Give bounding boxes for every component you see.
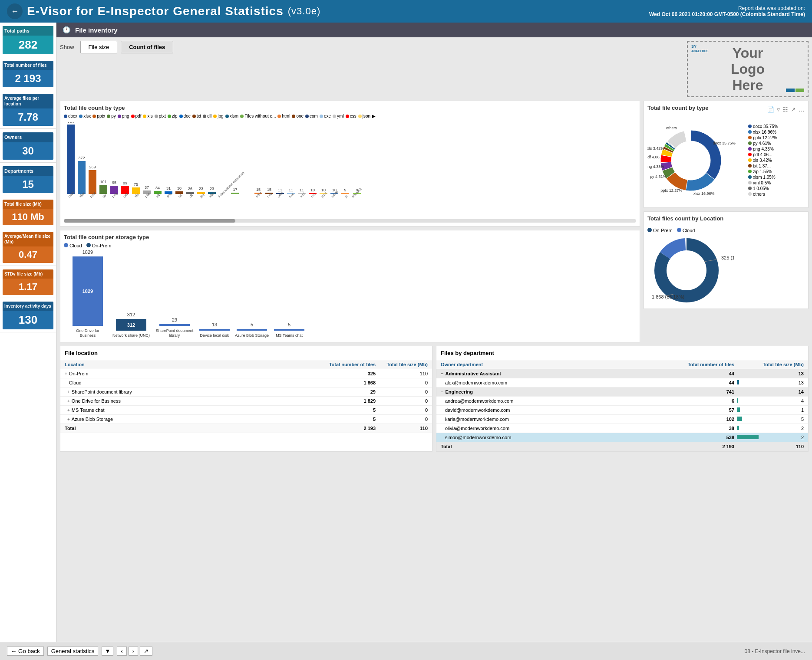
storage-bar-group: 5Azure Blob Storage (235, 322, 269, 338)
donut-legend-item: pdf 4.06... (748, 152, 778, 157)
prev-button[interactable]: ‹ (117, 647, 126, 656)
dropdown-icon[interactable]: ▼ (102, 647, 113, 656)
right-panel: Total file count by type 📄 ▿ ☷ ↗ … (644, 101, 809, 342)
footer-page-info: 08 - E-Inspector file inve... (745, 648, 805, 654)
sidebar: Total paths 282 Total number of files 2 … (0, 23, 56, 642)
dept-total-size: 110 (760, 444, 804, 449)
storage-bar-group: 18291829One Drive for Business (68, 250, 107, 338)
onprem-legend: On-Prem (86, 243, 112, 248)
files-by-dept-table: Files by department Owner department Tot… (436, 346, 809, 452)
count-files-button[interactable]: Count of files (121, 41, 173, 53)
section-title: File inventory (75, 26, 118, 34)
scrollbar[interactable] (64, 219, 636, 223)
file-type-legend: docxxlsxpptxpypngpdfxlsptxtzipdoctxtdllj… (64, 114, 636, 118)
go-back-button[interactable]: ← Go back (7, 647, 44, 656)
footer-left: ← Go back General statistics ▼ ‹ › ↗ (7, 647, 152, 656)
total-paths-value: 282 (3, 36, 53, 54)
table-icon[interactable]: ☷ (782, 106, 788, 113)
dept-row: −Engineering 741 14 (436, 387, 808, 397)
dept-name: −Engineering (441, 389, 678, 394)
expand-icon[interactable]: + (67, 390, 70, 394)
table-row: − Cloud 1 868 0 (60, 378, 432, 387)
storage-bar-rect (274, 329, 304, 331)
dept-row-total: Total 2 193 110 (436, 442, 808, 451)
svg-point-10 (667, 251, 706, 289)
legend-item: json (358, 114, 370, 118)
report-date: Report data was updated on: Wed Oct 06 2… (649, 5, 805, 17)
storage-bar-group: 29SharePoint document library (155, 317, 194, 338)
location-total-size: 110 (376, 426, 428, 431)
more-icon[interactable]: … (799, 106, 805, 113)
content-area: 🕐 File inventory Show File size Count of… (56, 23, 812, 642)
donut-legend-item: xlsm 1.05% (748, 175, 778, 180)
collapse-icon[interactable]: − (65, 381, 67, 385)
dept-col-owner: Owner department (441, 362, 678, 367)
inventory-days-value: 130 (3, 311, 53, 329)
expand-icon[interactable]: + (67, 417, 70, 422)
dept-row: andrea@modernworkdemo.com 6 4 (436, 397, 808, 406)
bar-group: 95png (109, 181, 119, 217)
legend-item: txt (192, 114, 201, 118)
dept-files: 38 (678, 426, 734, 431)
dept-size: 13 (760, 380, 804, 385)
sidebar-departments: Departments 15 (0, 163, 56, 196)
donut-legend-type: docx 35.75%xlsx 16.96%pptx 12.27%py 4.61… (748, 124, 778, 197)
location-name: + On-Prem (65, 371, 323, 376)
copy-icon[interactable]: 📄 (767, 106, 774, 113)
location-files: 1 829 (323, 398, 376, 404)
bar-rect (99, 185, 107, 194)
donut-legend-item: txt 1.37... (748, 164, 778, 168)
file-location-header: Location Total number of files Total fil… (60, 360, 432, 369)
donut-legend-item: zip 1.55% (748, 169, 778, 174)
table-row: + Azure Blob Storage 5 0 (60, 415, 432, 424)
bar-group: 784docx (66, 122, 76, 217)
donut-section-type: Total file count by type 📄 ▿ ☷ ↗ … (644, 101, 809, 208)
charts-row: Total file count by type docxxlsxpptxpyp… (60, 101, 809, 342)
file-size-button[interactable]: File size (80, 41, 118, 53)
expand-icon[interactable]: + (67, 399, 70, 404)
avg-file-size-value: 0.47 (3, 246, 53, 263)
location-total-files: 2 193 (323, 426, 376, 431)
sidebar-total-files: Total number of files 2 193 (0, 57, 56, 90)
expand-icon[interactable]: ↗ (791, 106, 796, 113)
location-files: 5 (323, 417, 376, 422)
storage-bar-rect: 312 (116, 319, 146, 331)
dept-name: −Administrative Assistant (441, 371, 678, 376)
legend-item: jpg (213, 114, 223, 118)
sidebar-avg-files: Average files per location 7.78 (0, 90, 56, 129)
total-files-label: Total number of files (3, 61, 53, 70)
legend-item: png (118, 114, 129, 118)
dept-row: simon@modernworkdemo.com 538 2 (436, 433, 808, 442)
legend-item: html (277, 114, 290, 118)
expand-icon[interactable]: + (65, 371, 67, 376)
donut-segment (691, 130, 721, 180)
location-donut-title: Total files count by Location (647, 215, 723, 222)
filter-icon[interactable]: ▿ (777, 106, 780, 113)
dept-email: alex@modernworkdemo.com (445, 380, 678, 385)
back-button[interactable]: ← (7, 3, 23, 19)
storage-bar-rect (199, 329, 230, 331)
dept-size: 1 (760, 407, 804, 413)
table-row: + One Drive for Business 1 829 0 (60, 397, 432, 406)
next-button[interactable]: › (129, 647, 138, 656)
expand-icon[interactable]: + (67, 408, 70, 413)
back-arrow-icon: ← (11, 648, 18, 654)
total-files-value: 2 193 (3, 70, 53, 87)
dept-email: simon@modernworkdemo.com (445, 435, 678, 440)
donut-legend-item: others (748, 192, 778, 197)
expand-button[interactable]: ↗ (140, 647, 152, 656)
legend-item: css (346, 114, 356, 118)
dept-size: 2 (760, 426, 804, 431)
donut-icons[interactable]: 📄 ▿ ☷ ↗ … (767, 106, 805, 113)
col-location: Location (65, 362, 323, 367)
bar-chart-scroll[interactable]: 784docx372xlsx269pptx101py95png89pdf75xl… (64, 122, 636, 217)
bar-rect (89, 170, 96, 194)
location-files: 1 868 (323, 380, 376, 385)
svg-text:1 868 (85.18%): 1 868 (85.18%) (652, 294, 684, 299)
file-location-table: File location Location Total number of f… (60, 346, 432, 452)
avg-files-value: 7.78 (3, 108, 53, 126)
app-version: (v3.0e) (288, 6, 320, 17)
dept-email: olivia@modernworkdemo.com (445, 426, 678, 431)
svg-text:xls 3.42%: xls 3.42% (647, 146, 664, 151)
legend-more-icon[interactable]: ▶ (372, 114, 376, 118)
